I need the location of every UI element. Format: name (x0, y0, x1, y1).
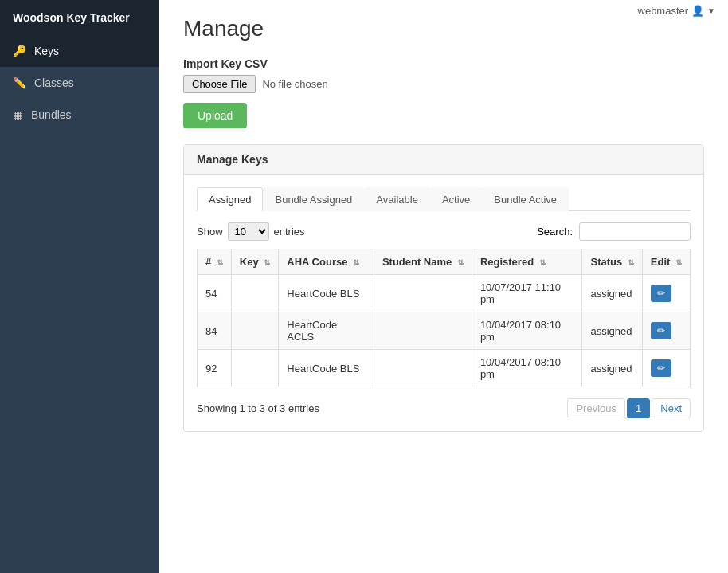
table-row: 54 HeartCode BLS 10/07/2017 11:10 pm ass… (198, 275, 691, 312)
tab-bundle-assigned[interactable]: Bundle Assigned (263, 187, 364, 211)
col-header-key[interactable]: Key ⇅ (231, 249, 278, 275)
upload-button[interactable]: Upload (183, 103, 247, 128)
sidebar-item-bundles[interactable]: ▦ Bundles (0, 99, 159, 131)
cell-key (231, 350, 278, 387)
pencil-icon: ✏️ (13, 77, 26, 89)
cell-aha-course: HeartCode ACLS (279, 312, 374, 350)
search-input[interactable] (579, 222, 691, 241)
tab-bar: Assigned Bundle Assigned Available Activ… (197, 187, 691, 211)
cell-registered: 10/04/2017 08:10 pm (472, 350, 582, 387)
sort-icon-key: ⇅ (264, 258, 270, 267)
edit-button[interactable]: ✏ (651, 322, 671, 339)
topbar-username: webmaster (638, 5, 689, 17)
manage-keys-card: Manage Keys Assigned Bundle Assigned Ava… (183, 144, 704, 432)
app-title: Woodson Key Tracker (0, 0, 159, 35)
sort-icon-student: ⇅ (457, 258, 464, 267)
cell-id: 54 (198, 275, 232, 312)
edit-button[interactable]: ✏ (651, 359, 671, 377)
cell-student-name (374, 350, 472, 387)
file-chosen-text: No file chosen (262, 78, 327, 90)
pagination: Previous 1 Next (567, 398, 691, 418)
entries-label: entries (274, 226, 305, 237)
sidebar: Woodson Key Tracker 🔑 Keys ✏️ Classes ▦ … (0, 0, 159, 573)
cell-key (231, 312, 278, 350)
cell-status: assigned (582, 350, 642, 387)
tab-available[interactable]: Available (364, 187, 430, 211)
sort-icon-status: ⇅ (628, 258, 634, 267)
cell-registered: 10/04/2017 08:10 pm (472, 312, 582, 350)
col-header-registered[interactable]: Registered ⇅ (472, 249, 582, 275)
col-header-status[interactable]: Status ⇅ (582, 249, 642, 275)
cell-edit: ✏ (642, 350, 690, 387)
next-button[interactable]: Next (652, 398, 691, 418)
cell-registered: 10/07/2017 11:10 pm (472, 275, 582, 312)
sidebar-item-bundles-label: Bundles (31, 108, 72, 121)
cell-edit: ✏ (642, 275, 690, 312)
search-row: Search: (537, 222, 691, 241)
cell-id: 84 (198, 312, 232, 350)
key-icon: 🔑 (13, 45, 26, 57)
main-content: webmaster 👤 ▼ Manage Import Key CSV Choo… (159, 0, 728, 573)
cell-id: 92 (198, 350, 232, 387)
cell-aha-course: HeartCode BLS (279, 275, 374, 312)
showing-text: Showing 1 to 3 of 3 entries (197, 402, 319, 414)
show-entries: Show 10 25 50 100 entries (197, 222, 305, 241)
caret-down-icon[interactable]: ▼ (707, 6, 715, 15)
table-footer: Showing 1 to 3 of 3 entries Previous 1 N… (197, 398, 691, 418)
sort-icon-aha: ⇅ (353, 258, 359, 267)
sort-icon-id: ⇅ (217, 258, 223, 267)
edit-button[interactable]: ✏ (651, 285, 671, 302)
file-input-row: Choose File No file chosen (183, 75, 704, 93)
table-controls: Show 10 25 50 100 entries Search: (197, 222, 691, 241)
sidebar-item-classes[interactable]: ✏️ Classes (0, 67, 159, 99)
col-header-student-name[interactable]: Student Name ⇅ (374, 249, 472, 275)
page-1-button[interactable]: 1 (627, 398, 650, 418)
cell-status: assigned (582, 275, 642, 312)
topbar: webmaster 👤 ▼ (625, 0, 728, 22)
tab-bundle-active[interactable]: Bundle Active (482, 187, 569, 211)
cell-aha-course: HeartCode BLS (279, 350, 374, 387)
col-header-id[interactable]: # ⇅ (198, 249, 232, 275)
cell-student-name (374, 275, 472, 312)
search-label: Search: (537, 226, 573, 237)
data-table: # ⇅ Key ⇅ AHA Course ⇅ Student Name ⇅ Re… (197, 249, 691, 387)
sort-icon-registered: ⇅ (539, 258, 546, 267)
sidebar-item-keys-label: Keys (34, 45, 59, 57)
choose-file-button[interactable]: Choose File (183, 75, 256, 93)
grid-icon: ▦ (13, 108, 23, 121)
import-label: Import Key CSV (183, 57, 704, 70)
tab-assigned[interactable]: Assigned (197, 187, 263, 211)
card-header: Manage Keys (184, 145, 703, 175)
table-row: 92 HeartCode BLS 10/04/2017 08:10 pm ass… (198, 350, 691, 387)
cell-edit: ✏ (642, 312, 690, 350)
show-label: Show (197, 226, 223, 237)
cell-student-name (374, 312, 472, 350)
tab-active[interactable]: Active (430, 187, 482, 211)
cell-key (231, 275, 278, 312)
table-row: 84 HeartCode ACLS 10/04/2017 08:10 pm as… (198, 312, 691, 350)
sidebar-item-classes-label: Classes (34, 77, 74, 89)
col-header-edit[interactable]: Edit ⇅ (642, 249, 690, 275)
previous-button[interactable]: Previous (567, 398, 625, 418)
user-icon: 👤 (691, 5, 704, 17)
sidebar-item-keys[interactable]: 🔑 Keys (0, 35, 159, 67)
cell-status: assigned (582, 312, 642, 350)
card-body: Assigned Bundle Assigned Available Activ… (184, 175, 703, 431)
col-header-aha-course[interactable]: AHA Course ⇅ (279, 249, 374, 275)
sort-icon-edit: ⇅ (675, 258, 682, 267)
entries-select[interactable]: 10 25 50 100 (228, 222, 269, 241)
import-section: Import Key CSV Choose File No file chose… (183, 57, 704, 128)
